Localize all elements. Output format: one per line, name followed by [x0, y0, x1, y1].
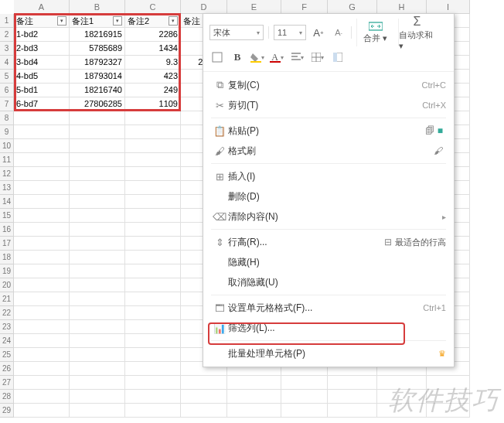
- menu-paste[interactable]: 📋粘贴(P)🗐■: [203, 121, 454, 141]
- cell[interactable]: [125, 153, 181, 167]
- cell[interactable]: [14, 139, 70, 153]
- font-size-dropdown[interactable]: 11▾: [274, 25, 306, 40]
- col-header-E[interactable]: E: [227, 0, 281, 14]
- cell[interactable]: [281, 376, 328, 390]
- col-header-B[interactable]: B: [70, 0, 125, 14]
- row-header[interactable]: 10: [0, 139, 14, 153]
- col-header-H[interactable]: H: [377, 0, 427, 14]
- row-header[interactable]: 9: [0, 125, 14, 139]
- cell[interactable]: [125, 195, 181, 209]
- cell[interactable]: 18793014: [70, 70, 125, 84]
- row-header[interactable]: 3: [0, 42, 14, 56]
- cell[interactable]: [377, 404, 427, 418]
- cell[interactable]: [70, 251, 125, 264]
- filter-header[interactable]: 备注2▾: [125, 14, 181, 28]
- row-header[interactable]: 15: [0, 209, 14, 223]
- cell[interactable]: [377, 376, 427, 390]
- cell[interactable]: 423: [125, 70, 181, 84]
- row-header[interactable]: 11: [0, 153, 14, 167]
- font-color-button[interactable]: A▾: [270, 49, 285, 65]
- cell[interactable]: [70, 237, 125, 251]
- row-header[interactable]: 25: [0, 348, 14, 362]
- row-header[interactable]: 22: [0, 306, 14, 320]
- row-header[interactable]: 5: [0, 70, 14, 84]
- paste-special-icon[interactable]: 🗐: [425, 125, 434, 136]
- menu-cut[interactable]: ✂剪切(T)Ctrl+X: [203, 95, 454, 115]
- cell[interactable]: [14, 125, 70, 139]
- cell[interactable]: [427, 376, 470, 390]
- cell[interactable]: [328, 376, 377, 390]
- align-button[interactable]: ▾: [290, 49, 305, 65]
- cell[interactable]: 1434: [125, 42, 181, 56]
- cell[interactable]: [125, 167, 181, 181]
- row-header[interactable]: 28: [0, 390, 14, 404]
- cell[interactable]: 18792327: [70, 56, 125, 70]
- cell[interactable]: [227, 376, 281, 390]
- cell[interactable]: 1109: [125, 97, 181, 111]
- cell[interactable]: [14, 390, 70, 404]
- row-header[interactable]: 8: [0, 111, 14, 125]
- row-header[interactable]: 12: [0, 167, 14, 181]
- row-header[interactable]: 4: [0, 56, 14, 70]
- cell[interactable]: 4-bd5: [14, 70, 70, 84]
- cell[interactable]: [125, 306, 181, 320]
- cell[interactable]: [70, 404, 125, 418]
- menu-delete[interactable]: 删除(D): [203, 186, 454, 206]
- cell[interactable]: [125, 334, 181, 348]
- row-header[interactable]: 2: [0, 28, 14, 42]
- cell[interactable]: [14, 320, 70, 334]
- row-header[interactable]: 29: [0, 404, 14, 418]
- cell[interactable]: [70, 376, 125, 390]
- menu-insert[interactable]: ⊞插入(I): [203, 166, 454, 186]
- cell[interactable]: [14, 376, 70, 390]
- cell[interactable]: [181, 376, 227, 390]
- bold-button[interactable]: B: [230, 49, 245, 65]
- cell[interactable]: [328, 390, 377, 404]
- menu-hide[interactable]: 隐藏(H): [203, 252, 454, 272]
- row-header[interactable]: 1: [0, 14, 14, 28]
- cell[interactable]: [14, 181, 70, 195]
- col-header-D[interactable]: D: [181, 0, 227, 14]
- filter-dropdown-icon[interactable]: ▾: [57, 16, 66, 26]
- cell[interactable]: 249: [125, 84, 181, 97]
- cell[interactable]: 6-bd7: [14, 97, 70, 111]
- cell[interactable]: [125, 209, 181, 223]
- freeze-icon[interactable]: [330, 49, 346, 65]
- cell[interactable]: [227, 404, 281, 418]
- cell[interactable]: [70, 139, 125, 153]
- cell[interactable]: [281, 404, 328, 418]
- cell[interactable]: [70, 334, 125, 348]
- cell[interactable]: [14, 292, 70, 306]
- cell[interactable]: [377, 390, 427, 404]
- row-header[interactable]: 18: [0, 251, 14, 264]
- cell[interactable]: [125, 278, 181, 292]
- cell[interactable]: [14, 223, 70, 237]
- cell[interactable]: [125, 139, 181, 153]
- cell[interactable]: 27806285: [70, 97, 125, 111]
- cell[interactable]: [70, 306, 125, 320]
- col-header-F[interactable]: F: [281, 0, 328, 14]
- cell[interactable]: [125, 404, 181, 418]
- menu-unhide[interactable]: 取消隐藏(U): [203, 272, 454, 292]
- row-header[interactable]: 14: [0, 195, 14, 209]
- cell[interactable]: [70, 153, 125, 167]
- font-family-dropdown[interactable]: 宋体▾: [209, 25, 264, 40]
- borders-button[interactable]: ▾: [310, 49, 325, 65]
- cell[interactable]: [70, 264, 125, 278]
- filter-header[interactable]: 备注▾: [14, 14, 70, 28]
- cell[interactable]: [281, 390, 328, 404]
- row-header[interactable]: 27: [0, 376, 14, 390]
- autosum-button[interactable]: Σ 自动求和 ▾: [398, 19, 435, 46]
- cell[interactable]: 5785689: [70, 42, 125, 56]
- cell[interactable]: [227, 390, 281, 404]
- cell[interactable]: [125, 264, 181, 278]
- cell[interactable]: [427, 390, 470, 404]
- cell[interactable]: 2-bd3: [14, 42, 70, 56]
- cell[interactable]: [125, 223, 181, 237]
- cell[interactable]: [181, 404, 227, 418]
- row-header[interactable]: 19: [0, 264, 14, 278]
- cell[interactable]: [70, 167, 125, 181]
- merge-button[interactable]: 合并 ▾: [356, 19, 393, 46]
- cell[interactable]: 5-bd1: [14, 84, 70, 97]
- cell[interactable]: [14, 404, 70, 418]
